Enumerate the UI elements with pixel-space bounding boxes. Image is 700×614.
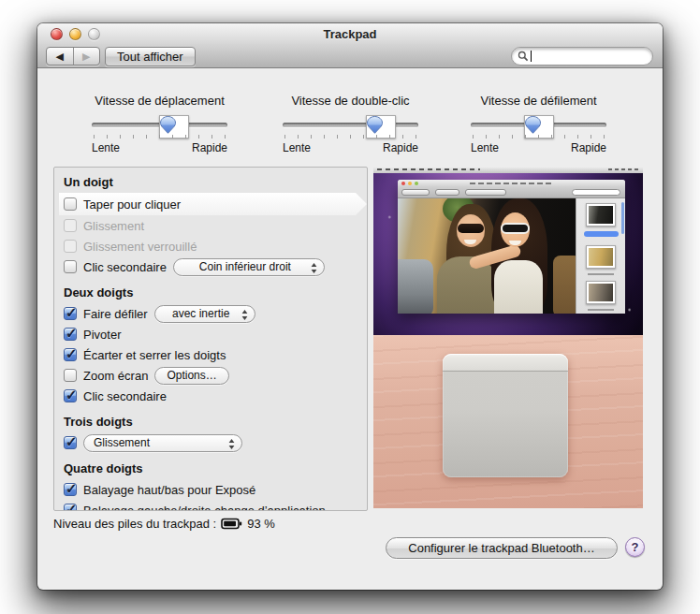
text-cursor	[531, 51, 532, 62]
row-tap-to-click[interactable]: Taper pour cliquer	[59, 193, 367, 215]
battery-label: Niveau des piles du trackpad :	[53, 517, 216, 531]
checkbox-label: Balayage gauche/droite change d’applicat…	[83, 504, 326, 512]
section-header-three-fingers: Trois doigts	[64, 415, 359, 429]
tick-mark	[551, 135, 552, 139]
dragging-checkbox-disabled	[64, 219, 77, 232]
row-secondary-click-two-fingers: Clic secondaire	[64, 386, 359, 406]
demo-menubar	[373, 167, 643, 173]
slider-min-label: Lente	[92, 141, 120, 154]
row-drag-lock: Glissement verrouillé	[64, 236, 359, 256]
row-scroll: Faire défiler avec inertie	[64, 303, 359, 324]
demo-traffic-lights	[401, 182, 418, 185]
tick-mark	[604, 135, 605, 139]
checkbox-label: Balayage haut/bas pour Exposé	[83, 483, 255, 497]
swipe-expose-checkbox[interactable]	[64, 483, 77, 496]
tick-mark	[225, 135, 226, 139]
secondary-click-two-checkbox[interactable]	[64, 389, 77, 402]
zoom-options-button[interactable]: Options…	[154, 367, 228, 385]
three-finger-checkbox[interactable]	[64, 436, 77, 449]
demo-toolbar-button	[465, 189, 506, 196]
demo-sidebar	[576, 198, 625, 314]
tick-mark	[172, 135, 173, 139]
forward-button[interactable]: ▶	[74, 48, 100, 65]
checkbox-label: Glissement	[83, 219, 144, 233]
toolbar: ◀ ▶ Tout afficher	[37, 44, 663, 68]
double-click-speed-slider-track[interactable]	[283, 123, 418, 127]
battery-value: 93 %	[247, 517, 275, 531]
demo-thumbnail-caption	[588, 273, 614, 275]
slider-max-label: Rapide	[571, 141, 606, 154]
section-header-four-fingers: Quatre doigts	[64, 461, 359, 475]
slider-max-label: Rapide	[192, 141, 227, 154]
configure-bluetooth-trackpad-button[interactable]: Configurer le trackpad Bluetooth…	[386, 537, 618, 559]
tick-mark	[577, 135, 578, 139]
tick-mark	[402, 135, 403, 139]
slider-label: Vitesse de déplacement	[95, 94, 225, 108]
demo-woman-left-sunglasses	[458, 224, 484, 233]
screen-zoom-checkbox[interactable]	[64, 369, 77, 382]
row-swipe-switch-app: Balayage gauche/droite change d’applicat…	[64, 500, 359, 511]
demo-thumbnail-3	[586, 281, 616, 304]
titlebar[interactable]: Trackpad	[37, 23, 663, 44]
scroll-inertia-popup[interactable]: avec inertie	[154, 305, 255, 323]
show-all-button[interactable]: Tout afficher	[105, 47, 196, 66]
three-finger-gesture-popup[interactable]: Glissement	[83, 434, 242, 452]
tick-mark	[473, 135, 474, 139]
demo-window-body	[398, 198, 625, 314]
tick-mark	[525, 135, 526, 139]
demo-thumbnail-1	[586, 203, 616, 227]
screenshot-stage: Trackpad ◀ ▶ Tout afficher Vitesse de dé…	[0, 0, 700, 614]
tick-mark	[486, 135, 487, 139]
secondary-click-checkbox[interactable]	[64, 260, 77, 273]
section-header-one-finger: Un doigt	[64, 175, 359, 189]
forward-icon: ▶	[82, 51, 90, 62]
slider-ticks	[94, 135, 226, 139]
help-button[interactable]: ?	[625, 537, 645, 557]
checkbox-label: Écarter et serrer les doigts	[83, 348, 226, 362]
row-screen-zoom: Zoom écran Options…	[64, 365, 359, 386]
gesture-options-panel: Un doigt Taper pour cliquer Glissement G…	[53, 167, 368, 511]
demo-window-titlebar	[398, 180, 625, 187]
tick-mark	[284, 135, 285, 139]
pinch-checkbox[interactable]	[64, 348, 77, 361]
row-swipe-expose: Balayage haut/bas pour Exposé	[64, 479, 359, 500]
tick-mark	[94, 135, 95, 139]
tracking-speed-slider-track[interactable]	[92, 123, 227, 127]
scroll-checkbox[interactable]	[64, 307, 77, 320]
demo-preview-window	[398, 180, 625, 314]
demo-thumbnail-2	[586, 245, 616, 269]
search-icon	[518, 51, 529, 62]
checkbox-label: Pivoter	[83, 328, 121, 342]
minimize-button[interactable]	[69, 28, 81, 40]
battery-icon	[221, 518, 242, 530]
tap-to-click-checkbox[interactable]	[64, 197, 77, 211]
tick-mark	[311, 135, 312, 139]
tick-mark	[376, 135, 377, 139]
secondary-click-corner-popup[interactable]: Coin inférieur droit	[173, 258, 325, 276]
swipe-switch-app-checkbox[interactable]	[64, 504, 77, 511]
demo-trackpad-seam	[443, 371, 568, 372]
tick-mark	[350, 135, 351, 139]
tick-mark	[499, 135, 500, 139]
scrolling-speed-slider-track[interactable]	[471, 123, 606, 127]
window-title: Trackpad	[37, 27, 663, 41]
search-field[interactable]	[511, 47, 653, 66]
tick-mark	[107, 135, 108, 139]
search-input[interactable]	[533, 50, 636, 63]
row-three-finger-gesture: Glissement	[64, 432, 359, 453]
rotate-checkbox[interactable]	[64, 328, 77, 341]
row-dragging: Glissement	[64, 215, 359, 236]
tick-mark	[416, 135, 416, 139]
tick-mark	[512, 135, 513, 139]
tick-mark	[324, 135, 325, 139]
demo-menu-items	[377, 168, 480, 170]
popup-arrows-icon	[228, 439, 235, 449]
slider-max-label: Rapide	[383, 141, 418, 154]
checkbox-label: Zoom écran	[83, 369, 148, 383]
slider-ticks	[473, 135, 605, 139]
demo-magic-trackpad	[443, 354, 568, 477]
back-button[interactable]: ◀	[47, 48, 74, 65]
checkbox-label: Glissement verrouillé	[83, 240, 197, 254]
close-button[interactable]	[51, 28, 63, 40]
slider-min-label: Lente	[283, 141, 311, 154]
